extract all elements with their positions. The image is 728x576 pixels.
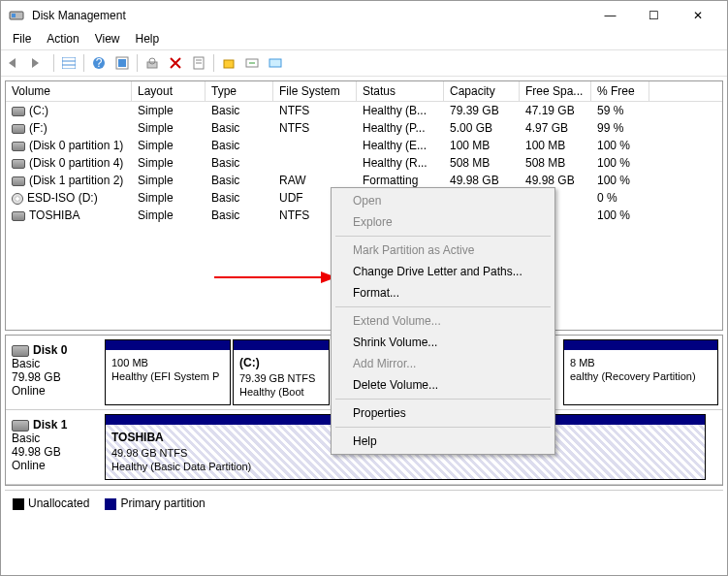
disk-label[interactable]: Disk 0Basic79.98 GBOnline: [6, 336, 101, 409]
svg-rect-9: [147, 62, 157, 68]
refresh-button[interactable]: [111, 52, 133, 74]
col-pctfree[interactable]: % Free: [591, 81, 649, 101]
volume-row[interactable]: (Disk 0 partition 4)SimpleBasicHealthy (…: [6, 154, 722, 172]
col-type[interactable]: Type: [206, 81, 273, 101]
legend-swatch-primary: [105, 498, 116, 510]
title-bar: Disk Management — ☐ ✕: [1, 1, 727, 30]
partition[interactable]: (C:)79.39 GB NTFSHealthy (Boot: [233, 339, 330, 405]
hdd-icon: [12, 420, 29, 432]
volume-row[interactable]: (F:)SimpleBasicNTFSHealthy (P...5.00 GB4…: [6, 119, 722, 137]
volume-row[interactable]: (Disk 0 partition 1)SimpleBasicHealthy (…: [6, 137, 722, 154]
svg-rect-2: [62, 57, 76, 69]
toolbar: ?: [1, 49, 727, 77]
col-volume[interactable]: Volume: [6, 81, 132, 101]
menu-view[interactable]: View: [87, 30, 128, 49]
settings-button[interactable]: [142, 52, 163, 74]
hdd-icon: [12, 107, 25, 116]
hdd-icon: [12, 176, 25, 186]
menu-separator: [335, 306, 551, 307]
menu-item-delete-volume[interactable]: Delete Volume...: [333, 374, 553, 396]
partition[interactable]: 100 MBHealthy (EFI System P: [105, 339, 231, 405]
partition[interactable]: 8 MBealthy (Recovery Partition): [563, 339, 718, 405]
menu-file[interactable]: File: [5, 30, 39, 49]
legend-unallocated: Unallocated: [28, 496, 89, 510]
hdd-icon: [12, 211, 25, 221]
svg-rect-8: [118, 59, 126, 67]
menu-separator: [335, 399, 551, 400]
views-button[interactable]: [58, 52, 79, 74]
rescan-button[interactable]: [265, 52, 286, 74]
svg-rect-1: [12, 14, 16, 17]
legend-primary: Primary partition: [120, 496, 205, 510]
back-button[interactable]: [5, 52, 26, 74]
menu-item-change-drive-letter-and-paths[interactable]: Change Drive Letter and Paths...: [333, 261, 553, 282]
menu-item-open: Open: [333, 190, 553, 211]
hdd-icon: [12, 345, 29, 357]
svg-text:?: ?: [96, 56, 103, 70]
new-button[interactable]: [218, 52, 239, 74]
help-button[interactable]: ?: [88, 52, 110, 74]
col-status[interactable]: Status: [357, 81, 444, 101]
app-icon: [9, 8, 24, 23]
menu-bar: File Action View Help: [1, 30, 727, 49]
legend-swatch-unallocated: [13, 498, 24, 510]
svg-rect-14: [224, 60, 234, 68]
window-title: Disk Management: [32, 9, 588, 22]
col-capacity[interactable]: Capacity: [444, 81, 520, 101]
menu-help[interactable]: Help: [128, 30, 168, 49]
properties-button[interactable]: [188, 52, 209, 74]
hdd-icon: [12, 142, 25, 151]
menu-item-help[interactable]: Help: [333, 431, 553, 452]
volume-list-header: Volume Layout Type File System Status Ca…: [6, 81, 722, 102]
hdd-icon: [12, 159, 25, 169]
menu-action[interactable]: Action: [39, 30, 86, 49]
connect-button[interactable]: [241, 52, 263, 74]
menu-separator: [335, 236, 551, 237]
legend: Unallocated Primary partition: [5, 490, 723, 516]
cd-icon: [12, 193, 23, 205]
disk-label[interactable]: Disk 1Basic49.98 GBOnline: [6, 410, 101, 484]
svg-rect-16: [269, 59, 281, 67]
close-button[interactable]: ✕: [676, 1, 719, 30]
hdd-icon: [12, 124, 25, 134]
col-filesystem[interactable]: File System: [273, 81, 357, 101]
volume-row[interactable]: (C:)SimpleBasicNTFSHealthy (B...79.39 GB…: [6, 102, 722, 119]
menu-item-shrink-volume[interactable]: Shrink Volume...: [333, 332, 553, 353]
menu-item-extend-volume: Extend Volume...: [333, 310, 553, 332]
menu-item-explore: Explore: [333, 211, 553, 233]
menu-item-format[interactable]: Format...: [333, 282, 553, 304]
delete-button[interactable]: [165, 52, 186, 74]
menu-separator: [335, 427, 551, 428]
menu-item-properties[interactable]: Properties: [333, 402, 553, 424]
menu-item-mark-partition-as-active: Mark Partition as Active: [333, 240, 553, 261]
col-layout[interactable]: Layout: [132, 81, 206, 101]
menu-item-add-mirror: Add Mirror...: [333, 353, 553, 374]
minimize-button[interactable]: —: [588, 1, 632, 30]
forward-button[interactable]: [28, 52, 49, 74]
maximize-button[interactable]: ☐: [632, 1, 676, 30]
col-freespace[interactable]: Free Spa...: [520, 81, 591, 101]
context-menu[interactable]: OpenExploreMark Partition as ActiveChang…: [331, 187, 555, 455]
